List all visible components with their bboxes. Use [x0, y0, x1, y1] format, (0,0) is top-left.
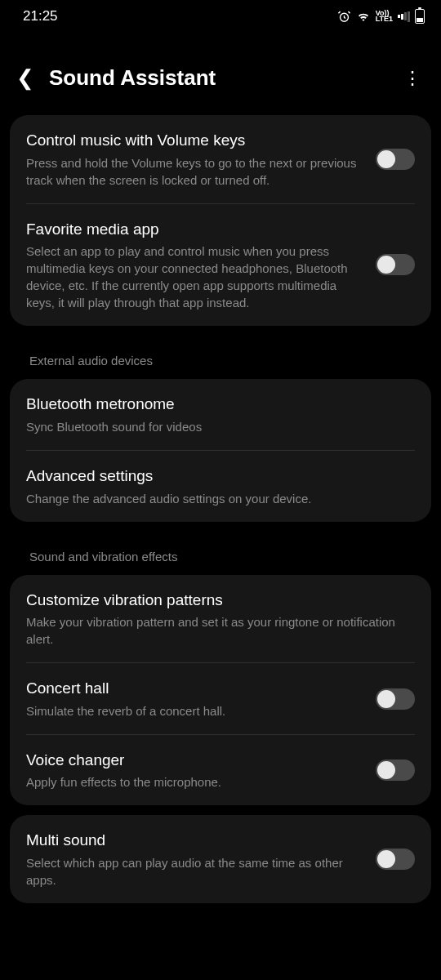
alarm-icon [337, 10, 351, 24]
settings-item[interactable]: Advanced settingsChange the advanced aud… [10, 451, 431, 522]
settings-item-desc: Select an app to play and control music … [26, 243, 364, 311]
settings-item-body: Concert hallSimulate the reverb of a con… [26, 678, 364, 719]
settings-item-desc: Simulate the reverb of a concert hall. [26, 702, 364, 719]
settings-item-desc: Apply fun effects to the microphone. [26, 773, 364, 791]
title-bar: ❮ Sound Assistant ⋮ [0, 29, 441, 115]
settings-card: Bluetooth metronomeSync Bluetooth sound … [10, 379, 431, 521]
signal-icon [398, 11, 410, 22]
settings-item-desc: Change the advanced audio settings on yo… [26, 490, 415, 507]
settings-item[interactable]: Favorite media appSelect an app to play … [10, 204, 431, 327]
settings-card: Control music with Volume keysPress and … [10, 115, 431, 326]
settings-list: Control music with Volume keysPress and … [0, 115, 441, 903]
section-header: Sound and vibration effects [10, 532, 431, 575]
back-icon[interactable]: ❮ [16, 65, 34, 91]
settings-item-title: Advanced settings [26, 466, 415, 487]
settings-item[interactable]: Bluetooth metronomeSync Bluetooth sound … [10, 379, 431, 450]
volte-icon: Vo)) LTE1 [376, 11, 393, 22]
settings-item-desc: Sync Bluetooth sound for videos [26, 418, 415, 435]
settings-item[interactable]: Customize vibration patternsMake your vi… [10, 575, 431, 663]
settings-item[interactable]: Concert hallSimulate the reverb of a con… [10, 663, 431, 734]
settings-item-body: Voice changerApply fun effects to the mi… [26, 750, 364, 791]
settings-item[interactable]: Voice changerApply fun effects to the mi… [10, 735, 431, 806]
toggle-switch[interactable] [376, 760, 415, 781]
toggle-switch[interactable] [376, 149, 415, 170]
toggle-switch[interactable] [376, 254, 415, 275]
settings-item-desc: Press and hold the Volume keys to go to … [26, 154, 364, 189]
settings-item-body: Advanced settingsChange the advanced aud… [26, 466, 415, 507]
settings-item-body: Bluetooth metronomeSync Bluetooth sound … [26, 394, 415, 435]
settings-item-title: Voice changer [26, 750, 364, 771]
settings-item-body: Favorite media appSelect an app to play … [26, 219, 364, 312]
settings-item-title: Control music with Volume keys [26, 130, 364, 151]
section-header: External audio devices [10, 336, 431, 379]
status-bar: 21:25 Vo)) LTE1 [0, 0, 441, 29]
settings-item-title: Favorite media app [26, 219, 364, 240]
settings-item[interactable]: Multi soundSelect which app can play aud… [10, 815, 431, 903]
settings-card: Multi soundSelect which app can play aud… [10, 815, 431, 903]
settings-item-desc: Select which app can play audio at the s… [26, 854, 364, 889]
toggle-switch[interactable] [376, 849, 415, 870]
toggle-switch[interactable] [376, 688, 415, 710]
status-icons: Vo)) LTE1 [337, 9, 425, 24]
settings-item-title: Multi sound [26, 830, 364, 851]
settings-card: Customize vibration patternsMake your vi… [10, 575, 431, 806]
wifi-icon [356, 9, 371, 24]
settings-item-title: Customize vibration patterns [26, 590, 415, 611]
page-title: Sound Assistant [49, 65, 389, 91]
status-time: 21:25 [23, 8, 58, 24]
settings-item-title: Concert hall [26, 678, 364, 699]
settings-item-body: Multi soundSelect which app can play aud… [26, 830, 364, 889]
more-icon[interactable]: ⋮ [403, 68, 425, 89]
settings-item-desc: Make your vibration pattern and set it a… [26, 613, 415, 648]
settings-item-title: Bluetooth metronome [26, 394, 415, 415]
settings-item[interactable]: Control music with Volume keysPress and … [10, 115, 431, 203]
battery-icon [415, 9, 425, 24]
settings-item-body: Control music with Volume keysPress and … [26, 130, 364, 189]
settings-item-body: Customize vibration patternsMake your vi… [26, 590, 415, 648]
